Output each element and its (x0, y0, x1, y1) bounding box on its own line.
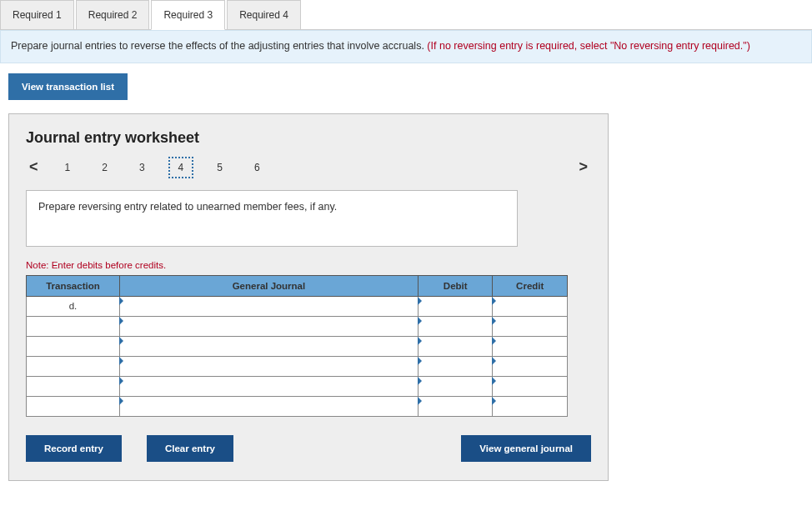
view-general-journal-button[interactable]: View general journal (461, 435, 591, 462)
cell-account[interactable] (119, 336, 418, 356)
cell-debit[interactable] (418, 356, 493, 376)
cell-account[interactable] (119, 356, 418, 376)
pager-1[interactable]: 1 (57, 158, 79, 177)
cell-txn (27, 336, 120, 356)
entry-prompt: Prepare reversing entry related to unear… (26, 190, 518, 247)
col-general-journal: General Journal (119, 275, 418, 296)
pager-6[interactable]: 6 (246, 158, 268, 177)
pager-5[interactable]: 5 (208, 158, 231, 177)
tab-required-1[interactable]: Required 1 (0, 0, 74, 29)
cell-txn: d. (27, 296, 120, 316)
pager-2[interactable]: 2 (93, 158, 116, 177)
cell-account[interactable] (119, 316, 418, 336)
journal-table: Transaction General Journal Debit Credit… (26, 275, 568, 417)
clear-entry-button[interactable]: Clear entry (147, 435, 233, 462)
pager-4[interactable]: 4 (168, 157, 194, 178)
cell-credit[interactable] (493, 336, 568, 356)
cell-txn (27, 396, 120, 416)
cell-txn (27, 356, 120, 376)
worksheet-card: Journal entry worksheet < 1 2 3 4 5 6 > … (8, 113, 609, 481)
button-row: Record entry Clear entry View general jo… (26, 435, 591, 462)
cell-account[interactable] (119, 396, 418, 416)
cell-debit[interactable] (418, 296, 493, 316)
view-transaction-list-button[interactable]: View transaction list (8, 73, 128, 100)
col-debit: Debit (418, 275, 493, 296)
table-row (27, 316, 568, 336)
pager-next[interactable]: > (575, 157, 591, 178)
pager-3[interactable]: 3 (131, 158, 153, 177)
cell-credit[interactable] (493, 376, 568, 396)
tab-required-4[interactable]: Required 4 (227, 0, 301, 29)
note-text: Note: Enter debits before credits. (26, 260, 591, 270)
instruction-banner: Prepare journal entries to reverse the e… (0, 30, 812, 63)
cell-txn (27, 316, 120, 336)
tabs-bar: Required 1 Required 2 Required 3 Require… (0, 0, 812, 30)
table-row (27, 336, 568, 356)
cell-debit[interactable] (418, 376, 493, 396)
cell-account[interactable] (119, 296, 418, 316)
cell-debit[interactable] (418, 316, 493, 336)
cell-credit[interactable] (493, 316, 568, 336)
record-entry-button[interactable]: Record entry (26, 435, 122, 462)
cell-credit[interactable] (493, 296, 568, 316)
col-credit: Credit (493, 275, 568, 296)
instruction-text: Prepare journal entries to reverse the e… (11, 40, 427, 52)
table-row: d. (27, 296, 568, 316)
cell-credit[interactable] (493, 356, 568, 376)
cell-credit[interactable] (493, 396, 568, 416)
cell-account[interactable] (119, 376, 418, 396)
tab-required-2[interactable]: Required 2 (76, 0, 150, 29)
col-transaction: Transaction (27, 275, 120, 296)
cell-debit[interactable] (418, 336, 493, 356)
pager-prev[interactable]: < (26, 157, 42, 178)
tab-required-3[interactable]: Required 3 (151, 0, 225, 30)
worksheet-title: Journal entry worksheet (26, 129, 591, 147)
cell-txn (27, 376, 120, 396)
table-row (27, 376, 568, 396)
table-row (27, 356, 568, 376)
pager: < 1 2 3 4 5 6 > (26, 157, 591, 178)
cell-debit[interactable] (418, 396, 493, 416)
instruction-red: (If no reversing entry is required, sele… (427, 40, 750, 52)
table-row (27, 396, 568, 416)
